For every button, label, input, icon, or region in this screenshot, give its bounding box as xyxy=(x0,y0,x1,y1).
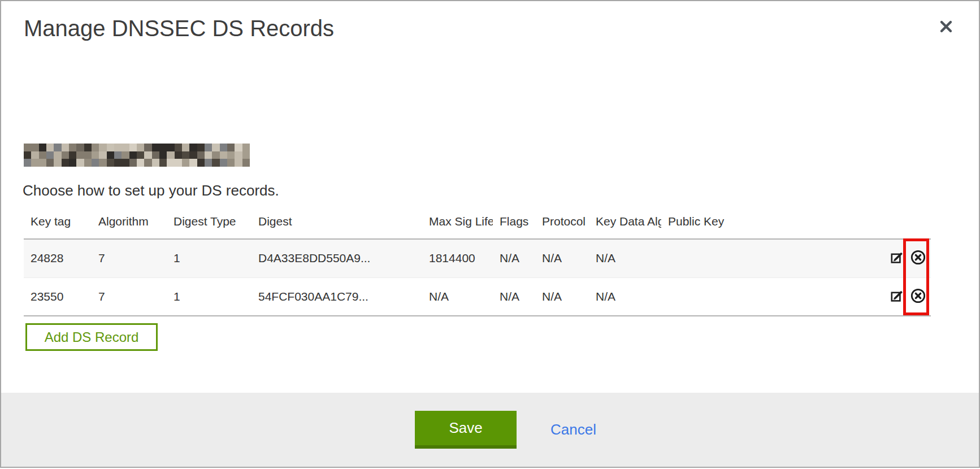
ds-records-table: Key tag Algorithm Digest Type Digest Max… xyxy=(24,208,931,316)
col-header-key-data-alg: Key Data Alg xyxy=(589,208,661,239)
col-header-digest-type: Digest Type xyxy=(167,208,251,239)
col-header-max-sig-life: Max Sig Life xyxy=(422,208,493,239)
cell-key-tag: 24828 xyxy=(24,239,92,277)
cell-flags: N/A xyxy=(493,277,535,316)
redacted-domain-name xyxy=(24,144,250,167)
cell-digest: 54FCF030AA1C79... xyxy=(251,277,422,316)
col-header-flags: Flags xyxy=(493,208,535,239)
col-header-protocol: Protocol xyxy=(535,208,589,239)
col-header-algorithm: Algorithm xyxy=(92,208,167,239)
edit-record-icon[interactable] xyxy=(890,288,905,305)
cell-algorithm: 7 xyxy=(92,239,167,277)
cell-protocol: N/A xyxy=(535,239,589,277)
cell-digest-type: 1 xyxy=(167,277,251,316)
table-row: 23550 7 1 54FCF030AA1C79... N/A N/A N/A … xyxy=(24,277,931,316)
manage-dnssec-modal: Manage DNSSEC DS Records Choose how to s… xyxy=(0,0,980,468)
delete-record-icon[interactable] xyxy=(910,288,926,306)
cell-public-key xyxy=(661,277,793,316)
save-button[interactable]: Save xyxy=(415,411,517,449)
col-header-public-key: Public Key xyxy=(661,208,793,239)
table-row: 24828 7 1 D4A33E8DD550A9... 1814400 N/A … xyxy=(24,239,931,277)
cell-max-sig-life: N/A xyxy=(422,277,493,316)
cell-algorithm: 7 xyxy=(92,277,167,316)
cell-digest: D4A33E8DD550A9... xyxy=(251,239,422,277)
cell-digest-type: 1 xyxy=(167,239,251,277)
cell-public-key xyxy=(661,239,793,277)
col-header-digest: Digest xyxy=(251,208,422,239)
delete-record-icon[interactable] xyxy=(910,249,926,267)
modal-footer: Save Cancel xyxy=(1,393,979,467)
col-header-key-tag: Key tag xyxy=(24,208,92,239)
instruction-text: Choose how to set up your DS records. xyxy=(23,182,279,199)
cell-key-tag: 23550 xyxy=(24,277,92,316)
close-icon[interactable] xyxy=(936,17,956,37)
edit-record-icon[interactable] xyxy=(890,250,905,267)
page-title: Manage DNSSEC DS Records xyxy=(24,16,334,41)
cell-key-data-alg: N/A xyxy=(589,239,661,277)
cell-max-sig-life: 1814400 xyxy=(422,239,493,277)
cell-flags: N/A xyxy=(493,239,535,277)
add-ds-record-button[interactable]: Add DS Record xyxy=(25,323,158,351)
cell-protocol: N/A xyxy=(535,277,589,316)
cancel-button[interactable]: Cancel xyxy=(550,421,596,438)
cell-key-data-alg: N/A xyxy=(589,277,661,316)
col-header-actions xyxy=(793,208,931,239)
table-header-row: Key tag Algorithm Digest Type Digest Max… xyxy=(24,208,931,239)
